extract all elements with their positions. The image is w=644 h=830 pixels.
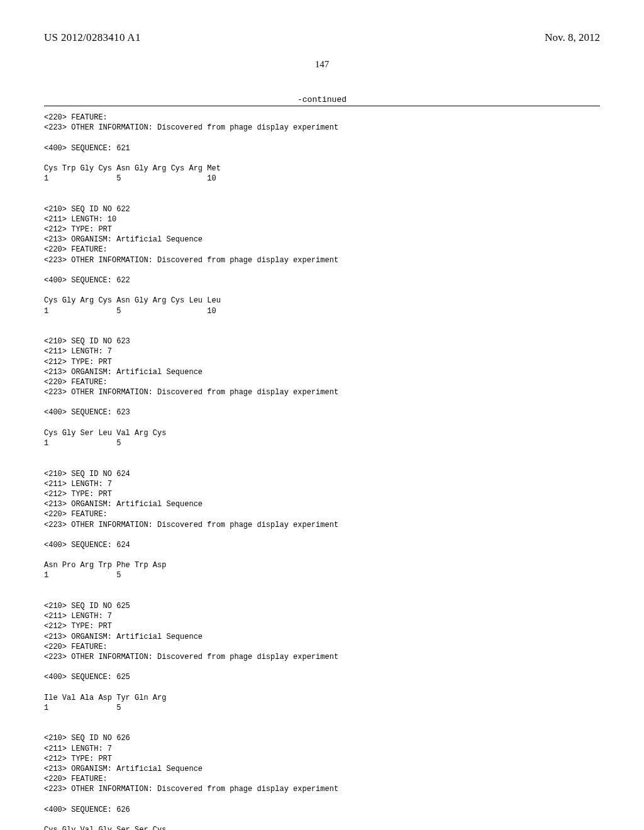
sequence-line: <220> FEATURE: [44, 642, 600, 652]
sequence-line [44, 815, 600, 825]
sequence-line: <400> SEQUENCE: 623 [44, 407, 600, 418]
sequence-line: <211> LENGTH: 7 [44, 744, 600, 754]
sequence-line [44, 133, 600, 143]
sequence-line: Cys Gly Val Gly Ser Ser Cys [44, 825, 600, 830]
sequence-line: 1 5 [44, 703, 600, 713]
sequence-line: Asn Pro Arg Trp Phe Trp Asp [44, 560, 600, 570]
sequence-line: <223> OTHER INFORMATION: Discovered from… [44, 652, 600, 662]
sequence-line: Cys Gly Ser Leu Val Arg Cys [44, 428, 600, 438]
sequence-line: Cys Gly Arg Cys Asn Gly Arg Cys Leu Leu [44, 296, 600, 306]
sequence-line [44, 194, 600, 204]
sequence-line: <220> FEATURE: [44, 113, 600, 123]
sequence-listing: <220> FEATURE:<223> OTHER INFORMATION: D… [44, 106, 600, 830]
sequence-line: <211> LENGTH: 7 [44, 611, 600, 621]
sequence-line: <400> SEQUENCE: 621 [44, 143, 600, 153]
sequence-line: <220> FEATURE: [44, 774, 600, 784]
sequence-line: <211> LENGTH: 7 [44, 346, 600, 357]
sequence-line [44, 713, 600, 723]
sequence-line [44, 316, 600, 326]
sequence-line: <211> LENGTH: 7 [44, 479, 600, 489]
sequence-line: <212> TYPE: PRT [44, 224, 600, 235]
sequence-line: <212> TYPE: PRT [44, 357, 600, 367]
sequence-line: <400> SEQUENCE: 624 [44, 540, 600, 550]
sequence-line: <220> FEATURE: [44, 245, 600, 255]
sequence-line [44, 265, 600, 275]
sequence-line: <400> SEQUENCE: 625 [44, 672, 600, 682]
sequence-line [44, 418, 600, 428]
sequence-line: <210> SEQ ID NO 626 [44, 733, 600, 743]
sequence-line: <220> FEATURE: [44, 509, 600, 519]
sequence-line: <223> OTHER INFORMATION: Discovered from… [44, 387, 600, 397]
sequence-line: 1 5 [44, 438, 600, 448]
sequence-line [44, 153, 600, 163]
sequence-line [44, 683, 600, 693]
sequence-line: <213> ORGANISM: Artificial Sequence [44, 235, 600, 245]
sequence-line: Cys Trp Gly Cys Asn Gly Arg Cys Arg Met [44, 163, 600, 174]
sequence-line [44, 723, 600, 733]
sequence-line: <220> FEATURE: [44, 377, 600, 387]
sequence-line: <223> OTHER INFORMATION: Discovered from… [44, 255, 600, 265]
page-container: US 2012/0283410 A1 Nov. 8, 2012 147 -con… [0, 0, 644, 830]
sequence-line: <211> LENGTH: 10 [44, 214, 600, 224]
sequence-line: Ile Val Ala Asp Tyr Gln Arg [44, 693, 600, 703]
sequence-line [44, 795, 600, 805]
sequence-line [44, 285, 600, 296]
sequence-line: <213> ORGANISM: Artificial Sequence [44, 764, 600, 774]
sequence-line [44, 662, 600, 672]
sequence-line: <223> OTHER INFORMATION: Discovered from… [44, 784, 600, 794]
sequence-line [44, 581, 600, 591]
sequence-line [44, 326, 600, 336]
sequence-line: <223> OTHER INFORMATION: Discovered from… [44, 520, 600, 530]
document-id: US 2012/0283410 A1 [44, 31, 141, 44]
sequence-line: <212> TYPE: PRT [44, 621, 600, 631]
sequence-line [44, 550, 600, 560]
sequence-line: <400> SEQUENCE: 626 [44, 805, 600, 815]
sequence-line: <212> TYPE: PRT [44, 489, 600, 499]
sequence-line: <223> OTHER INFORMATION: Discovered from… [44, 123, 600, 133]
sequence-line [44, 591, 600, 601]
sequence-line [44, 530, 600, 540]
sequence-line: 1 5 10 [44, 174, 600, 184]
sequence-line: 1 5 [44, 570, 600, 580]
sequence-line: <210> SEQ ID NO 625 [44, 601, 600, 611]
sequence-line: <212> TYPE: PRT [44, 754, 600, 764]
document-date: Nov. 8, 2012 [545, 31, 600, 44]
sequence-line: <213> ORGANISM: Artificial Sequence [44, 499, 600, 509]
sequence-line: <210> SEQ ID NO 624 [44, 469, 600, 479]
sequence-line: 1 5 10 [44, 306, 600, 316]
sequence-line [44, 397, 600, 407]
sequence-line [44, 458, 600, 468]
sequence-line [44, 184, 600, 194]
page-number: 147 [44, 59, 600, 70]
sequence-line: <213> ORGANISM: Artificial Sequence [44, 632, 600, 642]
continued-label: -continued [44, 95, 600, 104]
sequence-line: <210> SEQ ID NO 623 [44, 336, 600, 346]
sequence-line [44, 448, 600, 458]
sequence-line: <400> SEQUENCE: 622 [44, 275, 600, 285]
sequence-line: <213> ORGANISM: Artificial Sequence [44, 367, 600, 377]
page-header: US 2012/0283410 A1 Nov. 8, 2012 [44, 31, 600, 44]
sequence-line: <210> SEQ ID NO 622 [44, 204, 600, 214]
